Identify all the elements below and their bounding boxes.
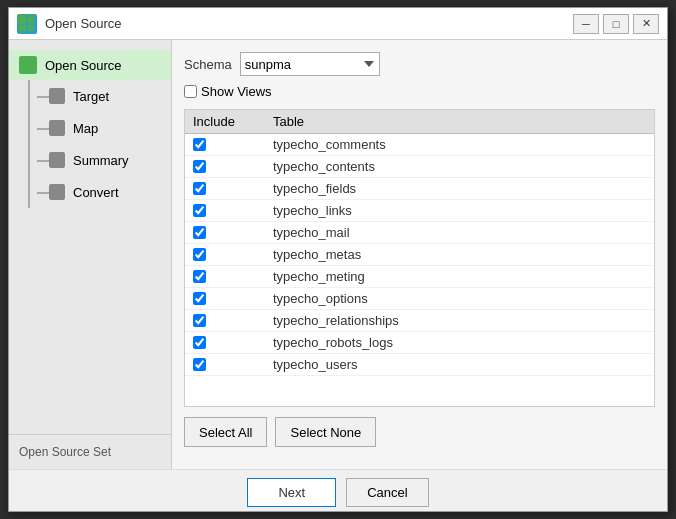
next-button[interactable]: Next bbox=[247, 478, 336, 507]
tree-branch-convert bbox=[37, 192, 49, 194]
table-row: typecho_robots_logs bbox=[185, 332, 654, 354]
table-checkbox-5[interactable] bbox=[193, 248, 206, 261]
checkbox-cell bbox=[193, 248, 273, 261]
table-name-cell: typecho_fields bbox=[273, 181, 646, 196]
table-checkbox-2[interactable] bbox=[193, 182, 206, 195]
close-button[interactable]: ✕ bbox=[633, 14, 659, 34]
sidebar-item-summary[interactable]: Summary bbox=[37, 144, 171, 176]
sidebar-label-open-source: Open Source bbox=[45, 58, 122, 73]
sidebar-label-map: Map bbox=[73, 121, 98, 136]
table-checkbox-8[interactable] bbox=[193, 314, 206, 327]
sidebar-item-open-source[interactable]: Open Source bbox=[9, 50, 171, 80]
sidebar-label-target: Target bbox=[73, 89, 109, 104]
main-window: Open Source ─ □ ✕ Open Source Target bbox=[8, 7, 668, 512]
table-name-cell: typecho_users bbox=[273, 357, 646, 372]
svg-rect-2 bbox=[20, 25, 26, 31]
svg-rect-0 bbox=[20, 17, 26, 23]
window-controls: ─ □ ✕ bbox=[573, 14, 659, 34]
header-include: Include bbox=[193, 114, 273, 129]
sidebar-footer: Open Source Set bbox=[9, 434, 171, 469]
table-row: typecho_meting bbox=[185, 266, 654, 288]
sidebar-item-convert[interactable]: Convert bbox=[37, 176, 171, 208]
svg-rect-1 bbox=[28, 17, 34, 23]
select-all-button[interactable]: Select All bbox=[184, 417, 267, 447]
map-icon bbox=[49, 120, 65, 136]
schema-select[interactable]: sunpma bbox=[240, 52, 380, 76]
table-checkbox-3[interactable] bbox=[193, 204, 206, 217]
show-views-label: Show Views bbox=[201, 84, 272, 99]
checkbox-cell bbox=[193, 160, 273, 173]
bottom-bar: Next Cancel bbox=[9, 469, 667, 511]
table-checkbox-10[interactable] bbox=[193, 358, 206, 371]
main-content: Open Source Target Map Sum bbox=[9, 40, 667, 469]
window-title: Open Source bbox=[45, 16, 573, 31]
table-row: typecho_options bbox=[185, 288, 654, 310]
table-name-cell: typecho_mail bbox=[273, 225, 646, 240]
table-checkbox-4[interactable] bbox=[193, 226, 206, 239]
sidebar: Open Source Target Map Sum bbox=[9, 40, 172, 469]
table-row: typecho_comments bbox=[185, 134, 654, 156]
show-views-checkbox[interactable] bbox=[184, 85, 197, 98]
table-rows-container: typecho_commentstypecho_contentstypecho_… bbox=[185, 134, 654, 376]
checkbox-cell bbox=[193, 314, 273, 327]
table-name-cell: typecho_comments bbox=[273, 137, 646, 152]
minimize-button[interactable]: ─ bbox=[573, 14, 599, 34]
table-checkbox-6[interactable] bbox=[193, 270, 206, 283]
svg-rect-3 bbox=[28, 25, 34, 31]
table-row: typecho_relationships bbox=[185, 310, 654, 332]
checkbox-cell bbox=[193, 270, 273, 283]
table-name-cell: typecho_links bbox=[273, 203, 646, 218]
open-source-icon bbox=[19, 56, 37, 74]
table-checkbox-9[interactable] bbox=[193, 336, 206, 349]
table-header: Include Table bbox=[185, 110, 654, 134]
checkbox-cell bbox=[193, 358, 273, 371]
tables-container: Include Table typecho_commentstypecho_co… bbox=[184, 109, 655, 407]
maximize-button[interactable]: □ bbox=[603, 14, 629, 34]
checkbox-cell bbox=[193, 182, 273, 195]
right-panel: Schema sunpma Show Views Include Table t… bbox=[172, 40, 667, 469]
show-views-row: Show Views bbox=[184, 84, 655, 99]
checkbox-cell bbox=[193, 138, 273, 151]
table-checkbox-1[interactable] bbox=[193, 160, 206, 173]
cancel-button[interactable]: Cancel bbox=[346, 478, 428, 507]
sidebar-item-target[interactable]: Target bbox=[37, 80, 171, 112]
sidebar-item-map[interactable]: Map bbox=[37, 112, 171, 144]
table-checkbox-0[interactable] bbox=[193, 138, 206, 151]
checkbox-cell bbox=[193, 226, 273, 239]
tree-line bbox=[28, 80, 30, 208]
summary-icon bbox=[49, 152, 65, 168]
table-name-cell: typecho_options bbox=[273, 291, 646, 306]
title-bar: Open Source ─ □ ✕ bbox=[9, 8, 667, 40]
sidebar-tree: Target Map Summary Convert bbox=[9, 80, 171, 208]
tree-branch-target bbox=[37, 96, 49, 98]
select-none-button[interactable]: Select None bbox=[275, 417, 376, 447]
checkbox-cell bbox=[193, 204, 273, 217]
checkbox-cell bbox=[193, 336, 273, 349]
table-name-cell: typecho_relationships bbox=[273, 313, 646, 328]
table-name-cell: typecho_contents bbox=[273, 159, 646, 174]
table-row: typecho_mail bbox=[185, 222, 654, 244]
table-row: typecho_metas bbox=[185, 244, 654, 266]
table-name-cell: typecho_metas bbox=[273, 247, 646, 262]
app-icon bbox=[17, 14, 37, 34]
sidebar-label-convert: Convert bbox=[73, 185, 119, 200]
tree-branch-summary bbox=[37, 160, 49, 162]
tree-branch-map bbox=[37, 128, 49, 130]
table-name-cell: typecho_meting bbox=[273, 269, 646, 284]
table-row: typecho_contents bbox=[185, 156, 654, 178]
header-table: Table bbox=[273, 114, 646, 129]
table-row: typecho_links bbox=[185, 200, 654, 222]
schema-row: Schema sunpma bbox=[184, 52, 655, 76]
table-checkbox-7[interactable] bbox=[193, 292, 206, 305]
sidebar-label-summary: Summary bbox=[73, 153, 129, 168]
selection-buttons-row: Select All Select None bbox=[184, 417, 655, 447]
schema-label: Schema bbox=[184, 57, 232, 72]
checkbox-cell bbox=[193, 292, 273, 305]
convert-icon bbox=[49, 184, 65, 200]
table-row: typecho_users bbox=[185, 354, 654, 376]
table-row: typecho_fields bbox=[185, 178, 654, 200]
table-name-cell: typecho_robots_logs bbox=[273, 335, 646, 350]
target-icon bbox=[49, 88, 65, 104]
